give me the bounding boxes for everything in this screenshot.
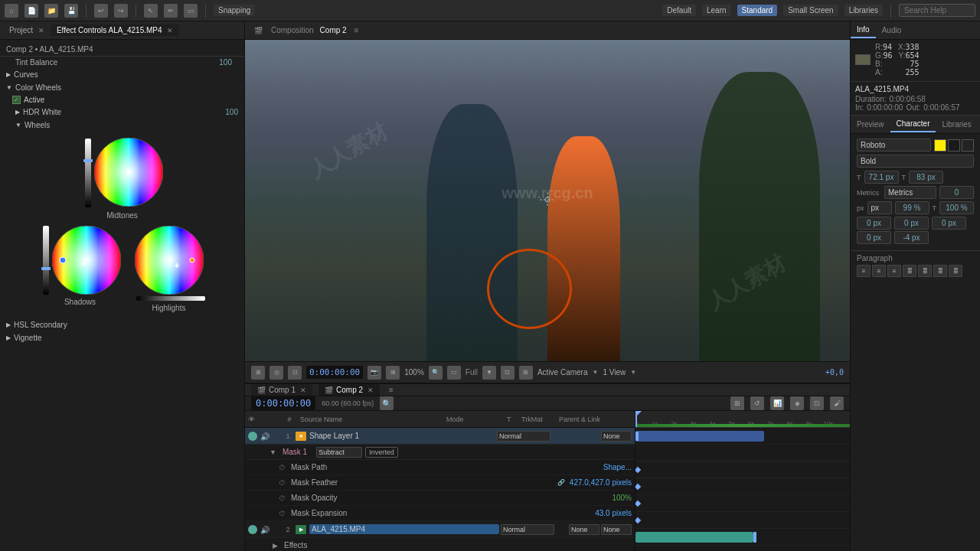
indent-top-input[interactable] xyxy=(894,217,929,230)
layer1-name[interactable]: Shape Layer 1 xyxy=(309,432,495,440)
project-tab[interactable]: Project ✕ xyxy=(3,24,51,36)
mask-expansion-value[interactable]: 43.0 pixels xyxy=(595,509,632,517)
cam-label-icon[interactable]: ⊞ xyxy=(519,366,533,380)
fill-color-box[interactable] xyxy=(934,139,946,152)
learn-btn[interactable]: Learn xyxy=(702,5,731,16)
layer2-eye[interactable] xyxy=(248,525,257,534)
pen-icon[interactable]: ✏ xyxy=(164,4,178,18)
align-right-btn[interactable]: ≡ xyxy=(887,265,901,277)
work-area-bar[interactable] xyxy=(635,424,850,427)
align-center-btn[interactable]: ≡ xyxy=(872,265,886,277)
mask-opacity-value[interactable]: 100% xyxy=(612,494,632,502)
curves-section[interactable]: ▶ Curves xyxy=(0,68,244,81)
indent-right-input[interactable] xyxy=(932,217,966,230)
res-icon[interactable]: ▼ xyxy=(482,366,496,380)
camera-icon[interactable]: 📷 xyxy=(368,366,381,380)
zoom-icon[interactable]: 🔍 xyxy=(429,366,443,380)
layer2-mode-select[interactable]: Normal xyxy=(501,524,554,535)
info-tab[interactable]: Info xyxy=(851,22,876,38)
layer1-eye[interactable] xyxy=(248,432,257,441)
layer1-mode-select[interactable]: Normal xyxy=(497,431,550,442)
resolution-label[interactable]: Full xyxy=(466,368,478,377)
camera-label[interactable]: Active Camera xyxy=(537,368,588,377)
kf-end[interactable] xyxy=(753,532,756,543)
audio-tab[interactable]: Audio xyxy=(876,23,908,37)
home-icon[interactable]: ⌂ xyxy=(5,4,18,18)
align-left-btn[interactable]: ≡ xyxy=(857,265,871,277)
tracking-input[interactable] xyxy=(939,186,974,199)
layer-row-1[interactable]: 🔊 1 ★ Shape Layer 1 Normal None xyxy=(245,428,635,445)
timeline-menu[interactable]: ≡ xyxy=(389,386,394,394)
small-screen-btn[interactable]: Small Screen xyxy=(783,5,838,16)
toggle-icon[interactable]: ⊡ xyxy=(501,366,514,380)
font-name-select[interactable]: Roboto xyxy=(857,139,931,152)
effects-collapse[interactable]: ▶ xyxy=(273,542,278,549)
grid-icon[interactable]: ⊞ xyxy=(386,366,400,380)
hsl-secondary-section[interactable]: ▶ HSL Secondary xyxy=(0,318,244,331)
mask-opacity-stopwatch[interactable]: ⏱ xyxy=(279,494,288,502)
font-size2-input[interactable] xyxy=(909,171,943,184)
tl-motion-icon[interactable]: ⊡ xyxy=(810,396,824,410)
effect-controls-tab[interactable]: Effect Controls ALA_4215.MP4 ✕ xyxy=(51,24,179,36)
new-project-icon[interactable]: 📄 xyxy=(24,4,38,18)
viewer-tab-menu[interactable]: ≡ xyxy=(354,26,359,34)
shadows-slider[interactable] xyxy=(43,226,49,295)
timeline-timecode[interactable]: 0:00:00:00 xyxy=(251,396,315,410)
mask1-row[interactable]: ▼ Mask 1 Subtract Inverted xyxy=(245,445,635,460)
zoom-display[interactable]: 100% xyxy=(404,368,424,377)
inverted-btn[interactable]: Inverted xyxy=(365,447,398,458)
view-dropdown[interactable]: ▼ xyxy=(630,369,636,376)
active-checkbox[interactable] xyxy=(12,96,21,104)
comp2-close[interactable]: ✕ xyxy=(368,386,374,394)
highlights-wheel[interactable] xyxy=(135,226,204,295)
color-wheels-section[interactable]: ▼ Color Wheels xyxy=(0,81,244,94)
justify-left-btn[interactable]: ≣ xyxy=(903,265,916,277)
libraries-tab[interactable]: Libraries xyxy=(936,117,977,132)
region-icon[interactable]: ▭ xyxy=(447,366,461,380)
midtones-wheel[interactable] xyxy=(94,138,163,207)
metrics-select[interactable]: Metrics xyxy=(884,186,936,199)
layer2-name[interactable]: ALA_4215.MP4 xyxy=(309,524,499,534)
undo-icon[interactable]: ↩ xyxy=(94,4,108,18)
t-scale-input[interactable] xyxy=(939,201,974,214)
tl-mask-icon[interactable]: ◈ xyxy=(790,396,804,410)
tl-loop-icon[interactable]: ↺ xyxy=(750,396,764,410)
justify-right-btn[interactable]: ≣ xyxy=(933,265,947,277)
vignette-section[interactable]: ▶ Vignette xyxy=(0,331,244,344)
viewer-timecode[interactable]: 0:00:00:00 xyxy=(306,366,363,379)
kf-maskopacity[interactable] xyxy=(635,500,641,507)
open-icon[interactable]: 📁 xyxy=(44,4,58,18)
snapping-btn[interactable]: Snapping xyxy=(214,5,255,16)
tl-paint-icon[interactable]: 🖌 xyxy=(830,396,844,410)
space-before-input[interactable] xyxy=(857,231,891,244)
wheels-section[interactable]: ▼ Wheels xyxy=(0,119,244,132)
comp2-viewer-tab[interactable]: Comp 2 xyxy=(320,26,347,34)
stroke-color-box[interactable] xyxy=(948,139,960,152)
t-size-input[interactable] xyxy=(895,201,929,214)
font-style-select[interactable]: Bold xyxy=(857,155,974,168)
scene-viewport[interactable]: www.rrcg.cn 人人素材 人人素材 xyxy=(245,40,850,361)
tl-graph-icon[interactable]: 📊 xyxy=(770,396,784,410)
effect-controls-tab-close[interactable]: ✕ xyxy=(167,27,173,34)
kf-maskfeather[interactable] xyxy=(635,484,641,490)
redo-icon[interactable]: ↪ xyxy=(114,4,128,18)
layer1-parent-select[interactable]: None xyxy=(601,431,632,442)
libraries-btn[interactable]: Libraries xyxy=(844,5,883,16)
shape-icon[interactable]: ▭ xyxy=(184,4,198,18)
layer2-parent-select[interactable]: None xyxy=(601,524,632,535)
mask-feather-stopwatch[interactable]: ⏱ xyxy=(279,479,288,487)
justify-all-btn[interactable]: ≣ xyxy=(949,265,962,277)
font-size-input[interactable] xyxy=(864,171,899,184)
effects-row[interactable]: ▶ Effects xyxy=(245,538,635,551)
mask-path-stopwatch[interactable]: ⏱ xyxy=(279,464,288,471)
select-icon[interactable]: ↖ xyxy=(144,4,158,18)
mask1-collapse[interactable]: ▼ xyxy=(270,448,276,456)
default-btn[interactable]: Default xyxy=(662,5,696,16)
motion-blur-icon[interactable]: ◎ xyxy=(270,366,283,380)
save-icon[interactable]: 💾 xyxy=(64,4,78,18)
space-after-input[interactable] xyxy=(894,231,929,244)
bg-color-box[interactable] xyxy=(962,139,974,152)
comp1-tab[interactable]: 🎬 Comp 1 ✕ xyxy=(251,384,312,396)
shadows-wheel[interactable] xyxy=(52,226,121,295)
unit-select[interactable]: px xyxy=(867,201,892,214)
